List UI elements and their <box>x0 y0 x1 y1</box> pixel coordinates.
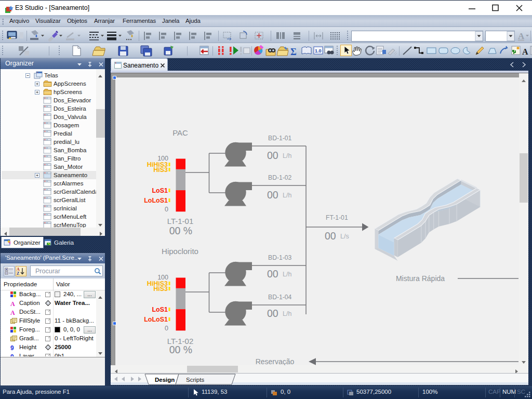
svg-text:Mistura Rápida: Mistura Rápida <box>396 274 445 283</box>
svg-text:L/h: L/h <box>283 310 291 317</box>
svg-text:BD-1-01: BD-1-01 <box>268 135 292 142</box>
svg-text:Σ: Σ <box>290 47 297 57</box>
svg-text:1.0: 1.0 <box>315 48 322 54</box>
svg-text:L/h: L/h <box>283 152 291 159</box>
svg-text:BD-1-02: BD-1-02 <box>268 174 292 181</box>
svg-text:LoLoS1: LoLoS1 <box>144 197 168 204</box>
svg-text:00: 00 <box>267 189 278 201</box>
svg-text:L/s: L/s <box>340 233 349 240</box>
svg-text:LT-1-01: LT-1-01 <box>167 217 194 225</box>
svg-text:00 %: 00 % <box>169 344 192 355</box>
svg-text:Hipoclorito: Hipoclorito <box>162 247 198 256</box>
svg-text:BD-1-04: BD-1-04 <box>268 294 292 301</box>
svg-text:Z: Z <box>17 271 19 276</box>
svg-text:00: 00 <box>267 150 278 161</box>
svg-text:00: 00 <box>325 230 336 242</box>
svg-text:00: 00 <box>267 268 278 280</box>
svg-text:BD-1-03: BD-1-03 <box>268 254 292 261</box>
svg-text:PAC: PAC <box>172 128 188 137</box>
svg-text:Design: Design <box>155 377 175 383</box>
svg-text:00: 00 <box>267 308 278 319</box>
svg-text:L/h: L/h <box>283 192 291 199</box>
svg-text:L/h: L/h <box>283 271 291 278</box>
svg-text:LoS1: LoS1 <box>152 187 168 194</box>
svg-text:HiS3: HiS3 <box>153 166 168 174</box>
svg-text:FT-1-01: FT-1-01 <box>326 214 348 221</box>
svg-text:Reservação: Reservação <box>256 357 295 366</box>
svg-text:0: 0 <box>165 206 168 213</box>
svg-text:00 %: 00 % <box>169 225 192 236</box>
svg-text:HiS3: HiS3 <box>153 285 168 292</box>
svg-text:A: A <box>522 47 528 56</box>
svg-text:LoLoS1: LoLoS1 <box>144 316 168 323</box>
svg-text:0: 0 <box>165 325 168 332</box>
svg-text:LoS1: LoS1 <box>152 306 168 313</box>
svg-text:Scripts: Scripts <box>186 377 204 383</box>
